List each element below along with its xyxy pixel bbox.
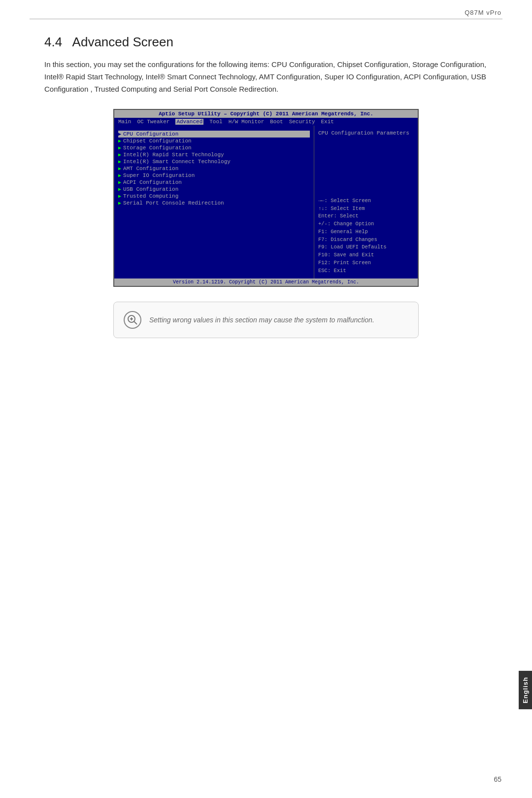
bios-item-chipset-label: Chipset Configuration xyxy=(123,138,192,144)
bios-menu-exit: Exit xyxy=(321,119,333,125)
bios-menu-main: Main xyxy=(118,119,131,125)
bios-item-smartconnect: ▶ Intel(R) Smart Connect Technology xyxy=(118,158,310,165)
page-number: 65 xyxy=(494,775,501,783)
arrow-icon: ▶ xyxy=(118,166,121,172)
key-change-option: +/-: Change Option xyxy=(318,220,414,228)
bios-item-trusted-label: Trusted Computing xyxy=(123,193,178,199)
bios-menu-list: ▶ CPU Configuration ▶ Chipset Configurat… xyxy=(114,126,314,278)
key-esc: ESC: Exit xyxy=(318,267,414,275)
bios-title: Aptio Setup Utility – Copyright (C) 2011… xyxy=(114,110,418,118)
bios-item-smartconnect-label: Intel(R) Smart Connect Technology xyxy=(123,159,231,165)
bios-item-storage-label: Storage Configuration xyxy=(123,145,192,151)
key-f12: F12: Print Screen xyxy=(318,259,414,267)
arrow-icon: ▶ xyxy=(118,193,121,199)
bios-footer: Version 2.14.1219. Copyright (C) 2011 Am… xyxy=(114,278,418,286)
bios-item-storage: ▶ Storage Configuration xyxy=(118,144,310,151)
bios-item-amt-label: AMT Configuration xyxy=(123,166,178,172)
bios-menubar: Main OC Tweaker Advanced Tool H/W Monito… xyxy=(114,118,418,126)
bios-item-rapidstart-label: Intel(R) Rapid Start Technology xyxy=(123,152,224,158)
section-description: In this section, you may set the configu… xyxy=(44,59,488,95)
bios-item-trusted: ▶ Trusted Computing xyxy=(118,193,310,200)
main-content: 4.4 Advanced Screen In this section, you… xyxy=(44,35,488,338)
bios-menu-tool: Tool xyxy=(209,119,222,125)
section-title: Advanced Screen xyxy=(72,35,173,49)
warning-text: Setting wrong values in this section may… xyxy=(149,316,374,324)
section-heading: 4.4 Advanced Screen xyxy=(44,35,488,50)
bios-menu-boot: Boot xyxy=(270,119,283,125)
bios-item-rapidstart: ▶ Intel(R) Rapid Start Technology xyxy=(118,151,310,158)
arrow-icon: ▶ xyxy=(118,145,121,151)
key-f7: F7: Discard Changes xyxy=(318,236,414,244)
brand-label: Q87M vPro xyxy=(465,9,501,16)
top-rule xyxy=(30,19,502,19)
key-f9: F9: Load UEFI Defaults xyxy=(318,243,414,251)
arrow-icon: ▶ xyxy=(118,131,121,137)
bios-item-serial: ▶ Serial Port Console Redirection xyxy=(118,200,310,207)
bios-item-superio: ▶ Super IO Configuration xyxy=(118,172,310,179)
bios-item-usb: ▶ USB Configuration xyxy=(118,186,310,193)
section-number: 4.4 xyxy=(44,35,62,49)
svg-line-1 xyxy=(134,321,137,324)
bios-screenshot: Aptio Setup Utility – Copyright (C) 2011… xyxy=(113,109,419,287)
bios-item-acpi: ▶ ACPI Configuration xyxy=(118,179,310,186)
bios-menu-advanced: Advanced xyxy=(175,119,203,125)
bios-item-acpi-label: ACPI Configuration xyxy=(123,179,182,185)
bios-item-serial-label: Serial Port Console Redirection xyxy=(123,200,224,206)
bios-item-superio-label: Super IO Configuration xyxy=(123,173,195,178)
bios-key-help: →←: Select Screen ↑↓: Select Item Enter:… xyxy=(318,197,414,275)
bios-item-cpu-label: CPU Configuration xyxy=(123,131,178,137)
arrow-icon: ▶ xyxy=(118,179,121,185)
arrow-icon: ▶ xyxy=(118,152,121,158)
bios-menu-hwmonitor: H/W Monitor xyxy=(229,119,265,125)
bios-menu-octweaker: OC Tweaker xyxy=(137,119,169,125)
bios-item-chipset: ▶ Chipset Configuration xyxy=(118,138,310,144)
side-tab-english: English xyxy=(519,671,532,709)
bios-item-cpu: ▶ CPU Configuration xyxy=(118,131,310,138)
magnify-plus-icon xyxy=(127,314,138,325)
bios-right-description: CPU Configuration Parameters xyxy=(318,130,414,137)
warning-box: Setting wrong values in this section may… xyxy=(113,302,419,338)
arrow-icon: ▶ xyxy=(118,173,121,178)
arrow-icon: ▶ xyxy=(118,186,121,192)
key-f1: F1: General Help xyxy=(318,228,414,236)
arrow-icon: ▶ xyxy=(118,159,121,165)
arrow-icon: ▶ xyxy=(118,138,121,144)
warning-icon xyxy=(124,311,141,329)
bios-item-usb-label: USB Configuration xyxy=(123,186,178,192)
bios-item-amt: ▶ AMT Configuration xyxy=(118,165,310,172)
bios-menu-security: Security xyxy=(289,119,315,125)
key-f10: F10: Save and Exit xyxy=(318,251,414,259)
bios-main-area: ▶ CPU Configuration ▶ Chipset Configurat… xyxy=(114,126,418,278)
key-select-item: ↑↓: Select Item xyxy=(318,205,414,213)
arrow-icon: ▶ xyxy=(118,200,121,206)
bios-right-panel: CPU Configuration Parameters →←: Select … xyxy=(314,126,418,278)
key-enter: Enter: Select xyxy=(318,212,414,220)
key-select-screen: →←: Select Screen xyxy=(318,197,414,205)
